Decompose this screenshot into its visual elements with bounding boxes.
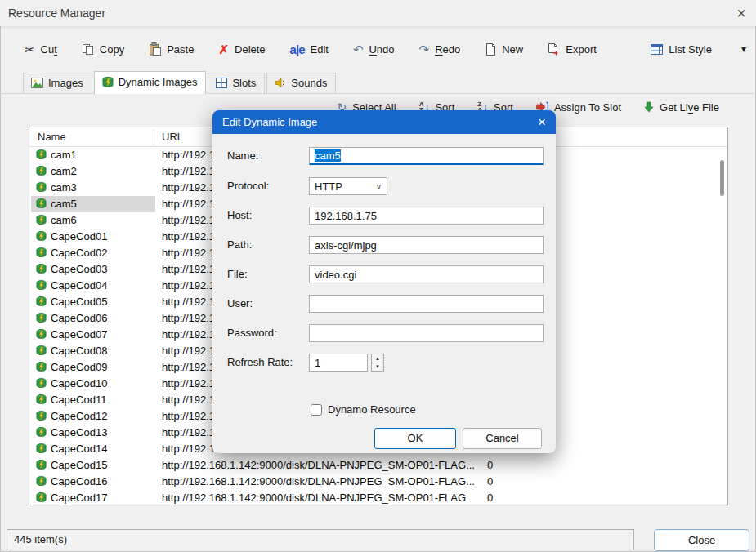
- tab-images[interactable]: Images: [23, 73, 92, 93]
- dynamic-image-icon: [36, 411, 47, 421]
- dynamic-image-icon: [36, 329, 47, 340]
- dynamic-image-icon: [36, 394, 47, 405]
- row-name: CapeCod11: [51, 392, 106, 408]
- dynamic-image-icon: [36, 280, 47, 291]
- list-style-dropdown-icon[interactable]: ▾: [741, 43, 746, 55]
- dialog-close-icon[interactable]: ×: [538, 115, 546, 129]
- tab-slots[interactable]: Slots: [208, 73, 265, 93]
- redo-label: Redo: [435, 43, 460, 56]
- list-style-button[interactable]: List Style: [651, 43, 712, 56]
- row-url: http://192.1: [162, 425, 215, 441]
- dynamic-image-icon: [36, 460, 47, 470]
- column-divider[interactable]: [154, 129, 154, 145]
- dialog-title: Edit Dynamic Image: [222, 116, 317, 128]
- row-name: cam3: [51, 180, 77, 196]
- path-field[interactable]: [309, 236, 544, 254]
- copy-label: Copy: [100, 43, 124, 56]
- row-name: CapeCod04: [51, 278, 107, 294]
- edit-label: Edit: [310, 43, 328, 56]
- row-url: http://192.1: [162, 327, 215, 343]
- row-url: http://192.1: [162, 180, 215, 196]
- name-field[interactable]: cam5: [309, 147, 544, 165]
- cut-button[interactable]: ✂ Cut: [25, 43, 57, 56]
- row-name: CapeCod07: [51, 327, 107, 343]
- row-url: http://192.1: [162, 392, 215, 408]
- protocol-label: Protocol:: [227, 180, 269, 192]
- list-row[interactable]: CapeCod15 http://192.168.1.142:9000/disk…: [29, 457, 727, 474]
- undo-button[interactable]: ↶ Undo: [353, 43, 395, 56]
- tab-sounds[interactable]: Sounds: [266, 73, 336, 93]
- row-name: CapeCod05: [51, 294, 107, 310]
- row-url: http://192.1: [162, 212, 215, 229]
- cancel-button[interactable]: Cancel: [463, 428, 542, 449]
- paste-button[interactable]: Paste: [149, 42, 194, 56]
- name-selected-text: cam5: [315, 149, 341, 162]
- status-bar: 445 item(s): [7, 529, 634, 550]
- row-refresh-value: 0: [487, 490, 493, 505]
- tab-strip: Images Dynamic Images Slots Sounds: [0, 71, 756, 94]
- list-row[interactable]: CapeCod17 http://192.168.1.142:9000/disk…: [29, 490, 727, 505]
- tab-images-label: Images: [48, 77, 83, 89]
- delete-button[interactable]: ✗ Delete: [218, 43, 265, 56]
- list-row[interactable]: CapeCod16 http://192.168.1.142:9000/disk…: [29, 474, 727, 490]
- images-icon: [31, 78, 43, 88]
- protocol-select[interactable]: HTTP ∨: [309, 177, 387, 195]
- dynamic-image-icon: [36, 296, 47, 307]
- user-field[interactable]: [309, 295, 544, 313]
- redo-button[interactable]: ↷ Redo: [419, 43, 461, 56]
- dynamo-resource-checkbox[interactable]: [311, 404, 322, 416]
- vertical-scrollbar-thumb[interactable]: [720, 160, 724, 196]
- row-name: CapeCod14: [51, 441, 107, 457]
- export-icon: [548, 43, 560, 56]
- file-label: File:: [227, 268, 248, 280]
- new-button[interactable]: New: [485, 43, 523, 56]
- tab-dynamic-images[interactable]: Dynamic Images: [94, 71, 207, 94]
- list-style-label: List Style: [669, 43, 712, 56]
- window-close-icon[interactable]: ×: [736, 5, 746, 21]
- speaker-icon: [275, 78, 286, 88]
- file-field[interactable]: [309, 265, 544, 283]
- edit-dynamic-image-dialog: Edit Dynamic Image × Name: cam5 Protocol…: [212, 110, 556, 453]
- row-name: cam2: [51, 163, 77, 180]
- copy-button[interactable]: Copy: [82, 43, 124, 56]
- new-label: New: [502, 43, 523, 56]
- row-name: cam6: [51, 212, 77, 229]
- row-url: http://192.1: [162, 278, 215, 294]
- dynamic-image-icon: [36, 231, 47, 242]
- column-header-name[interactable]: Name: [38, 131, 66, 143]
- paste-label: Paste: [167, 43, 194, 56]
- row-name: CapeCod08: [51, 343, 107, 359]
- refresh-rate-label: Refresh Rate:: [227, 356, 293, 368]
- host-field[interactable]: [309, 207, 544, 225]
- row-url: http://192.168.1.142:9000/disk/DLNA-PNJP…: [162, 490, 466, 505]
- redo-arrow-icon: ↷: [419, 43, 430, 56]
- cut-label: Cut: [41, 43, 57, 56]
- get-live-file-button[interactable]: Get Live File: [644, 101, 719, 114]
- password-field[interactable]: [309, 324, 544, 342]
- column-header-url[interactable]: URL: [162, 131, 183, 143]
- row-name: cam5: [51, 196, 77, 212]
- row-url: http://192.1: [162, 310, 215, 327]
- export-button[interactable]: Export: [548, 43, 597, 56]
- refresh-rate-field[interactable]: [309, 354, 368, 372]
- row-url: http://192.1: [162, 196, 215, 212]
- dynamo-resource-row: Dynamo Resource: [311, 403, 416, 416]
- get-live-file-label: Get Live File: [660, 101, 719, 114]
- dynamo-resource-label: Dynamo Resource: [328, 403, 416, 416]
- dynamic-image-icon: [36, 443, 47, 454]
- row-url: http://192.1: [162, 261, 215, 278]
- row-url: http://192.168.1.142:9000/disk/DLNA-PNJP…: [162, 474, 475, 490]
- edit-button[interactable]: a|e Edit: [290, 43, 329, 56]
- dynamic-image-icon: [36, 492, 47, 503]
- row-name: CapeCod15: [51, 457, 107, 474]
- window-title: Resource Manager: [8, 7, 105, 20]
- scissors-icon: ✂: [25, 43, 35, 56]
- copy-icon: [82, 43, 94, 56]
- ok-button[interactable]: OK: [374, 428, 456, 449]
- row-name: CapeCod10: [51, 376, 107, 392]
- close-window-button[interactable]: Close: [654, 529, 749, 551]
- stepper-up-icon[interactable]: ▲: [371, 354, 384, 363]
- row-refresh-value: 0: [487, 457, 493, 474]
- stepper-down-icon[interactable]: ▼: [371, 363, 384, 372]
- export-label: Export: [566, 43, 597, 56]
